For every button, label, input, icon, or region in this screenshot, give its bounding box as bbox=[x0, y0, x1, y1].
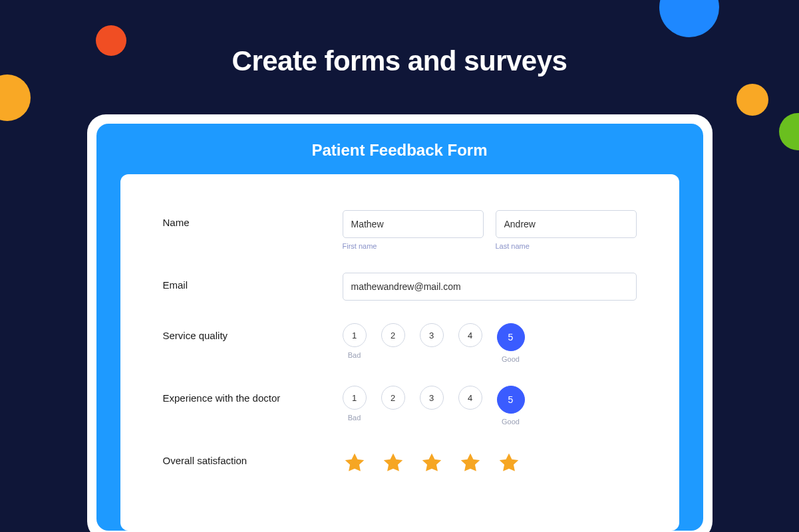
satisfaction-stars bbox=[343, 448, 637, 475]
row-service-quality: Service quality 1Bad2345Good bbox=[163, 323, 637, 363]
email-input[interactable] bbox=[343, 273, 637, 301]
star-icon[interactable] bbox=[343, 451, 367, 475]
rating-caption: Good bbox=[502, 355, 520, 363]
row-name: Name First name Last name bbox=[163, 210, 637, 250]
rating-option-3[interactable]: 3 bbox=[420, 386, 444, 410]
email-label: Email bbox=[163, 273, 343, 291]
decor-circle-yellow-left bbox=[0, 74, 31, 121]
row-satisfaction: Overall satisfaction bbox=[163, 448, 637, 475]
rating-option-2[interactable]: 2 bbox=[381, 386, 405, 410]
rating-option-1[interactable]: 1 bbox=[343, 323, 367, 347]
rating-caption: Bad bbox=[348, 414, 361, 422]
star-icon[interactable] bbox=[420, 451, 444, 475]
device-frame: Patient Feedback Form Name First name La… bbox=[87, 114, 713, 532]
rating-caption: Good bbox=[502, 418, 520, 426]
rating-option-3[interactable]: 3 bbox=[420, 323, 444, 347]
experience-rating: 1Bad2345Good bbox=[343, 386, 637, 426]
rating-option-2[interactable]: 2 bbox=[381, 323, 405, 347]
name-label: Name bbox=[163, 210, 343, 228]
first-name-input[interactable] bbox=[343, 210, 484, 238]
last-name-input[interactable] bbox=[496, 210, 637, 238]
rating-option-4[interactable]: 4 bbox=[458, 386, 482, 410]
form-card: Name First name Last name bbox=[120, 174, 679, 531]
first-name-caption: First name bbox=[343, 242, 484, 250]
row-experience: Experience with the doctor 1Bad2345Good bbox=[163, 386, 637, 426]
rating-option-1[interactable]: 1 bbox=[343, 386, 367, 410]
rating-option-5[interactable]: 5 bbox=[497, 323, 525, 351]
decor-circle-yellow-right bbox=[736, 84, 768, 116]
star-icon[interactable] bbox=[497, 451, 521, 475]
service-quality-label: Service quality bbox=[163, 323, 343, 341]
decor-circle-green bbox=[779, 113, 799, 150]
decor-circle-orange bbox=[96, 25, 126, 56]
star-icon[interactable] bbox=[381, 451, 405, 475]
last-name-caption: Last name bbox=[496, 242, 637, 250]
experience-label: Experience with the doctor bbox=[163, 386, 343, 404]
rating-option-4[interactable]: 4 bbox=[458, 323, 482, 347]
rating-caption: Bad bbox=[348, 351, 361, 359]
row-email: Email bbox=[163, 273, 637, 301]
satisfaction-label: Overall satisfaction bbox=[163, 448, 343, 466]
form-title: Patient Feedback Form bbox=[311, 141, 487, 160]
rating-option-5[interactable]: 5 bbox=[497, 386, 525, 414]
service-quality-rating: 1Bad2345Good bbox=[343, 323, 637, 363]
star-icon[interactable] bbox=[458, 451, 482, 475]
form-container: Patient Feedback Form Name First name La… bbox=[96, 124, 703, 531]
